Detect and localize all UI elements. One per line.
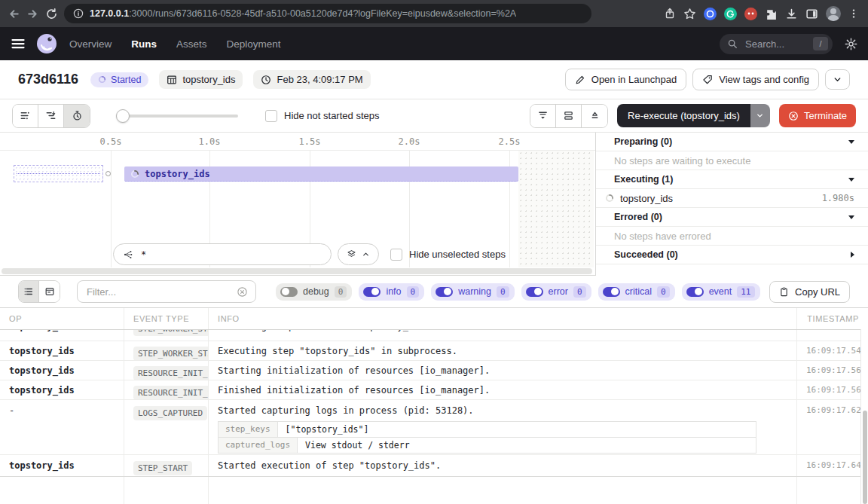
hide-unselected-checkbox[interactable]: [390, 249, 402, 261]
copy-url-button[interactable]: Copy URL: [769, 281, 850, 303]
hide-not-started-label: Hide not started steps: [284, 110, 379, 121]
share-icon[interactable]: [664, 8, 676, 20]
flat-view-icon[interactable]: [13, 105, 38, 127]
reexecute-dropdown[interactable]: [750, 104, 770, 127]
expand-rows-icon[interactable]: [556, 105, 582, 127]
extension-icon[interactable]: [744, 8, 757, 20]
zoom-slider-thumb[interactable]: [116, 109, 130, 123]
forward-icon[interactable]: [26, 8, 39, 20]
gantt-future-region: [518, 151, 594, 267]
bookmark-star-icon[interactable]: [683, 8, 696, 20]
browser-profile-avatar[interactable]: [826, 6, 841, 21]
url-bar[interactable]: 127.0.0.1:3000/runs/673d6116-0528-45df-a…: [64, 4, 591, 23]
section-preparing[interactable]: Preparing (0): [596, 133, 868, 151]
collapse-all-icon[interactable]: [582, 105, 607, 127]
search-input[interactable]: [744, 38, 807, 50]
step-query-input[interactable]: [139, 249, 322, 261]
site-info-icon[interactable]: [73, 8, 84, 19]
password-extension-icon[interactable]: [704, 8, 717, 20]
section-executing-title: Executing (1): [614, 174, 848, 185]
url-host: 127.0.0.1: [90, 8, 129, 19]
log-view-toggle: [18, 280, 60, 303]
col-event-type: EVENT TYPE: [124, 308, 209, 329]
waterfall-view-icon[interactable]: [38, 105, 64, 127]
extensions-puzzle-icon[interactable]: [765, 8, 778, 20]
step-query-input-wrap[interactable]: [113, 243, 332, 265]
gantt-step-bar[interactable]: topstory_ids: [124, 166, 518, 182]
app-header: Overview Runs Assets Deployment /: [0, 27, 868, 60]
hamburger-menu-icon[interactable]: [11, 36, 26, 51]
scrollbar-thumb[interactable]: [863, 411, 867, 504]
nav-runs[interactable]: Runs: [131, 38, 157, 50]
log-vertical-scrollbar[interactable]: [860, 329, 868, 504]
browser-menu-icon[interactable]: [848, 8, 859, 20]
executing-step-row[interactable]: topstory_ids 1.980s: [596, 189, 868, 208]
log-table-filler: [0, 477, 868, 504]
query-layers-button[interactable]: [338, 243, 379, 265]
log-row[interactable]: topstory_ids STEP_WORKER_STARTED Executi…: [0, 341, 868, 361]
clear-filter-icon[interactable]: [237, 286, 248, 298]
log-level-filters: debug0 info0 warning0 error0 critical0 e…: [276, 283, 760, 301]
copy-url-label: Copy URL: [795, 286, 840, 298]
nav-overview[interactable]: Overview: [69, 38, 112, 50]
open-in-launchpad-button[interactable]: Open in Launchpad: [565, 69, 686, 90]
toggle-on-icon: [686, 287, 704, 297]
level-chip-error[interactable]: error0: [521, 283, 591, 301]
level-chip-debug[interactable]: debug0: [276, 283, 352, 301]
section-executing[interactable]: Executing (1): [596, 170, 868, 189]
chevron-up-icon: [362, 250, 370, 258]
level-chip-info[interactable]: info0: [359, 283, 424, 301]
nav-assets[interactable]: Assets: [176, 38, 207, 50]
run-actions-dropdown-button[interactable]: [825, 69, 850, 90]
zoom-slider[interactable]: [116, 109, 238, 123]
log-row[interactable]: topstory_ids STEP_START Started executio…: [0, 455, 868, 477]
section-errored[interactable]: Errored (0): [596, 208, 868, 227]
reexecute-button[interactable]: Re-execute (topstory_ids): [617, 104, 750, 127]
grammarly-extension-icon[interactable]: [724, 8, 737, 20]
timed-view-icon[interactable]: [64, 105, 90, 127]
hide-unselected-checkline[interactable]: Hide unselected steps: [390, 249, 506, 261]
run-header: 673d6116 Started topstory_ids Feb 23, 4:…: [0, 60, 868, 99]
settings-gear-icon[interactable]: [845, 38, 857, 50]
level-chip-warning[interactable]: warning0: [431, 283, 514, 301]
col-info: INFO: [209, 308, 797, 329]
back-icon[interactable]: [8, 8, 20, 20]
zoom-slider-track: [116, 115, 238, 118]
log-row[interactable]: topstory_ids STEP_WORKER_STARTI… Launchi…: [0, 330, 868, 341]
log-filter-input-wrap[interactable]: [77, 280, 256, 303]
nav-deployment[interactable]: Deployment: [227, 38, 281, 50]
dagster-logo[interactable]: [36, 33, 57, 54]
level-chip-event[interactable]: event11: [682, 283, 760, 301]
global-search[interactable]: /: [720, 34, 833, 54]
hide-not-started-checkline[interactable]: Hide not started steps: [265, 110, 379, 122]
section-succeeded[interactable]: Succeeded (0): [596, 246, 868, 264]
caret-down-icon: [848, 140, 854, 144]
log-row[interactable]: topstory_ids RESOURCE_INIT_SUCC… Finishe…: [0, 380, 868, 400]
gantt-horizontal-scrollbar[interactable]: [2, 268, 592, 274]
gantt-minimap[interactable]: [14, 165, 103, 182]
event-type-pill: RESOURCE_INIT_SUCC…: [133, 386, 209, 399]
collapse-rows-icon[interactable]: [530, 105, 556, 127]
level-chip-critical[interactable]: critical0: [598, 283, 675, 301]
terminate-button[interactable]: Terminate: [779, 104, 856, 127]
run-status-label: Started: [111, 75, 141, 85]
log-filter-input[interactable]: [85, 286, 237, 298]
log-row[interactable]: - LOGS_CAPTURED Started capturing logs i…: [0, 400, 868, 455]
caret-down-icon: [848, 215, 854, 219]
toggle-on-icon: [603, 287, 620, 297]
job-tag[interactable]: topstory_ids: [159, 70, 243, 89]
reload-icon[interactable]: [45, 8, 58, 20]
structured-list-view-icon[interactable]: [19, 281, 39, 302]
side-panel-icon[interactable]: [805, 8, 818, 20]
view-stdout-stderr-link[interactable]: View stdout / stderr: [298, 438, 417, 453]
pencil-icon: [575, 75, 585, 85]
raw-log-view-icon[interactable]: [39, 281, 60, 302]
gantt-bar-label: topstory_ids: [145, 169, 210, 179]
download-icon[interactable]: [785, 8, 798, 20]
section-errored-title: Errored (0): [614, 212, 848, 222]
view-tags-config-button[interactable]: View tags and config: [692, 69, 819, 90]
search-shortcut-badge: /: [813, 37, 828, 50]
hide-not-started-checkbox[interactable]: [265, 110, 277, 122]
log-row[interactable]: topstory_ids RESOURCE_INIT_STAR… Startin…: [0, 361, 868, 380]
view-tags-config-label: View tags and config: [719, 74, 809, 85]
